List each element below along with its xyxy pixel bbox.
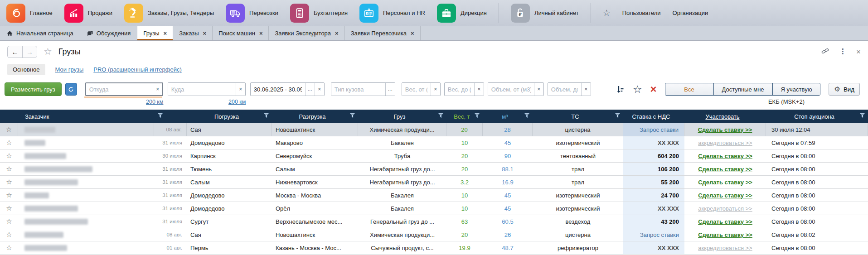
toolbar-link-users[interactable]: Пользователи: [622, 10, 661, 16]
participate-link[interactable]: аккредитоваться >>: [698, 245, 752, 251]
row-favorite-star-icon[interactable]: ☆: [0, 241, 18, 254]
more-menu-icon[interactable]: ⋮: [839, 48, 846, 55]
column-cargo[interactable]: Груз: [358, 113, 446, 120]
tab-home[interactable]: Начальная страница: [0, 26, 80, 40]
tab-carrier-requests-close-icon[interactable]: ×: [411, 30, 414, 36]
filter-funnel-icon[interactable]: [263, 113, 269, 120]
row-favorite-star-icon[interactable]: ☆: [0, 176, 18, 188]
table-row[interactable]: ☆ 31 июля Домодедово Москва - Москва Бак…: [0, 189, 868, 202]
back-button[interactable]: ←: [8, 46, 22, 58]
filter-favorite-star-icon[interactable]: ☆: [633, 83, 642, 96]
participate-link[interactable]: Сделать ставку >>: [698, 218, 752, 225]
filter-funnel-icon[interactable]: [859, 113, 865, 120]
table-row[interactable]: ☆ 08 авг. Сая Новошахтинск Химическая пр…: [0, 228, 868, 241]
from-input[interactable]: [86, 83, 153, 95]
module-accounting[interactable]: Бухгалтерия: [290, 4, 348, 23]
table-row[interactable]: ☆ 08 авг. Сая Новошахтинск Химическая пр…: [0, 123, 868, 136]
volume-from-input[interactable]: [488, 83, 534, 96]
row-favorite-star-icon[interactable]: ☆: [0, 163, 18, 175]
refresh-button[interactable]: [65, 83, 77, 96]
module-sales[interactable]: Продажи: [64, 4, 112, 23]
volume-to-clear-icon[interactable]: ×: [581, 83, 591, 96]
participate-link[interactable]: Сделать ставку >>: [698, 231, 752, 238]
row-favorite-star-icon[interactable]: ☆: [0, 215, 18, 228]
date-range-input[interactable]: [251, 83, 305, 96]
column-unloading[interactable]: Разгрузка: [272, 113, 358, 120]
to-clear-icon[interactable]: ×: [236, 83, 245, 96]
reset-filters-icon[interactable]: ×: [650, 84, 657, 95]
participate-link[interactable]: Сделать ставку >>: [698, 192, 752, 199]
module-orders[interactable]: Заказы, Грузы, Тендеры: [124, 4, 214, 23]
tab-cargo-close-icon[interactable]: ×: [164, 30, 167, 36]
body-type-ellipsis-icon[interactable]: ...: [385, 83, 395, 96]
tab-discussions[interactable]: Обсуждения: [80, 26, 138, 40]
place-cargo-button[interactable]: Разместить груз: [5, 82, 62, 96]
tab-truck-search-close-icon[interactable]: ×: [259, 30, 263, 36]
table-row[interactable]: ☆ 31 июля Сургут Верхнесалымское мес... …: [0, 215, 868, 228]
weight-to-input[interactable]: [445, 83, 474, 96]
weight-to-clear-icon[interactable]: ×: [474, 83, 484, 96]
volume-to-input[interactable]: [548, 83, 581, 96]
filter-funnel-icon[interactable]: [474, 113, 480, 120]
date-clear-icon[interactable]: ×: [315, 83, 324, 96]
participate-link[interactable]: Сделать ставку >>: [698, 153, 752, 159]
view-button[interactable]: ⚙ Вид: [829, 83, 860, 96]
module-main[interactable]: Главное: [6, 4, 53, 23]
row-favorite-star-icon[interactable]: ☆: [0, 123, 18, 136]
column-participate[interactable]: Участвовать: [684, 113, 766, 120]
tab-forwarder-requests[interactable]: Заявки Экспедитора ×: [269, 26, 344, 40]
tab-carrier-requests[interactable]: Заявки Перевозчика ×: [345, 26, 421, 40]
toolbar-link-organizations[interactable]: Организации: [673, 10, 708, 16]
filter-funnel-icon[interactable]: [157, 113, 163, 120]
row-favorite-star-icon[interactable]: ☆: [0, 149, 18, 162]
sort-icon[interactable]: [616, 85, 625, 94]
subtab-main[interactable]: Основное: [7, 64, 45, 75]
date-picker-ellipsis-icon[interactable]: ...: [305, 83, 315, 96]
filter-funnel-icon[interactable]: [438, 113, 444, 120]
radius-to-link[interactable]: 200 км: [228, 99, 246, 105]
column-customer[interactable]: Заказчик: [18, 113, 187, 120]
radius-from-link[interactable]: 200 км: [146, 99, 163, 105]
module-transport[interactable]: Перевозки: [226, 4, 278, 23]
body-type-input[interactable]: [331, 83, 385, 96]
subtab-pro[interactable]: PRO (расширенный интерфейс): [93, 64, 182, 75]
module-direction[interactable]: Дирекция: [437, 4, 487, 23]
table-row[interactable]: ☆ 31 июля Тюмень Салым Негабаритный груз…: [0, 163, 868, 176]
table-row[interactable]: ☆ 31 июля Домодедово Макарово Бакалея 10…: [0, 136, 868, 149]
weight-from-input[interactable]: [402, 83, 431, 96]
favorites-star-icon[interactable]: ☆: [603, 8, 611, 18]
table-row[interactable]: ☆ 31 июля Домодедово Орёл Бакалея 10 45 …: [0, 202, 868, 215]
tab-cargo[interactable]: Грузы ×: [137, 26, 173, 40]
row-favorite-star-icon[interactable]: ☆: [0, 202, 18, 215]
tab-orders[interactable]: Заказы ×: [173, 26, 213, 40]
participate-link[interactable]: Сделать ставку >>: [698, 126, 752, 133]
column-auction-stop[interactable]: Стоп аукциона: [766, 113, 868, 120]
segment-participating[interactable]: Я участвую: [772, 83, 820, 95]
segment-available[interactable]: Доступные мне: [713, 83, 772, 95]
participate-link[interactable]: аккредитоваться >>: [698, 140, 752, 146]
tab-truck-search[interactable]: Поиск машин ×: [213, 26, 269, 40]
table-row[interactable]: ☆ 01 авг. Пермь Казань - Москва - Мос...…: [0, 241, 868, 255]
row-favorite-star-icon[interactable]: ☆: [0, 228, 18, 241]
row-favorite-star-icon[interactable]: ☆: [0, 136, 18, 149]
forward-button[interactable]: →: [22, 46, 37, 58]
table-row[interactable]: ☆ 30 июля Карпинск Северомуйск Труба 20 …: [0, 149, 868, 163]
filter-funnel-icon[interactable]: [615, 113, 621, 120]
tab-forwarder-requests-close-icon[interactable]: ×: [335, 30, 339, 36]
column-vehicle[interactable]: ТС: [533, 113, 623, 120]
page-favorite-star-icon[interactable]: ☆: [44, 46, 52, 57]
column-weight[interactable]: Вес, т: [446, 113, 483, 120]
tab-orders-close-icon[interactable]: ×: [203, 30, 207, 36]
weight-from-clear-icon[interactable]: ×: [431, 83, 440, 96]
column-loading[interactable]: Погрузка: [187, 113, 272, 120]
close-page-icon[interactable]: ×: [856, 48, 861, 56]
participate-link[interactable]: Сделать ставку >>: [698, 179, 752, 186]
participate-link[interactable]: аккредитоваться >>: [698, 205, 752, 212]
volume-from-clear-icon[interactable]: ×: [534, 83, 543, 96]
segment-all[interactable]: Все: [665, 83, 713, 95]
copy-link-icon[interactable]: [821, 47, 829, 56]
filter-funnel-icon[interactable]: [349, 113, 355, 120]
column-volume[interactable]: м³: [483, 113, 533, 120]
subtab-my-cargo[interactable]: Мои грузы: [55, 64, 84, 75]
module-personal-cabinet[interactable]: ₽ Личный кабинет: [511, 4, 579, 23]
